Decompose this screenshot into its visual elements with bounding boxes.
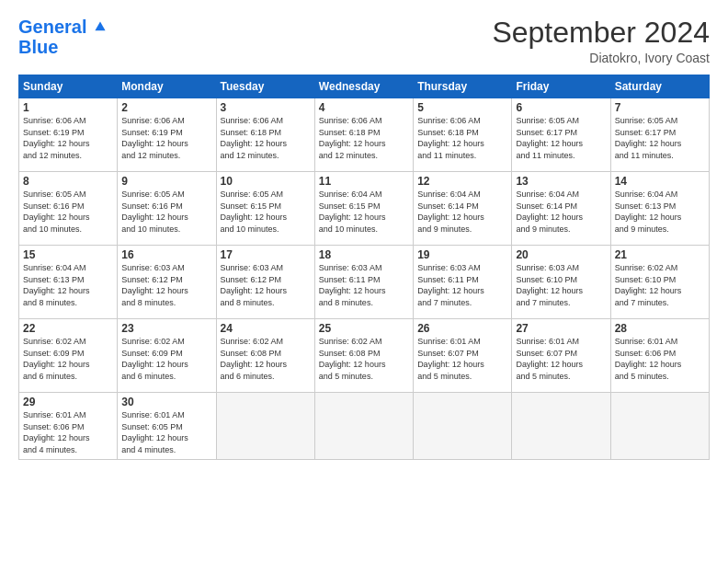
calendar-day-cell: 23Sunrise: 6:02 AM Sunset: 6:09 PM Dayli… bbox=[118, 319, 216, 393]
day-info: Sunrise: 6:06 AM Sunset: 6:18 PM Dayligh… bbox=[319, 115, 409, 161]
title-block: September 2024 Diatokro, Ivory Coast bbox=[492, 17, 710, 65]
day-number: 16 bbox=[121, 248, 211, 261]
day-info: Sunrise: 6:04 AM Sunset: 6:13 PM Dayligh… bbox=[23, 262, 113, 308]
day-number: 28 bbox=[615, 322, 705, 335]
month-title: September 2024 bbox=[492, 17, 710, 49]
day-number: 20 bbox=[516, 248, 606, 261]
calendar-day-cell bbox=[314, 393, 413, 459]
day-number: 2 bbox=[121, 101, 211, 114]
weekday-header-saturday: Saturday bbox=[610, 75, 709, 98]
calendar-day-cell: 29Sunrise: 6:01 AM Sunset: 6:06 PM Dayli… bbox=[19, 393, 118, 459]
weekday-header-tuesday: Tuesday bbox=[216, 75, 314, 98]
day-info: Sunrise: 6:02 AM Sunset: 6:09 PM Dayligh… bbox=[23, 336, 113, 382]
weekday-header-monday: Monday bbox=[118, 75, 216, 98]
day-number: 4 bbox=[319, 101, 409, 114]
day-number: 25 bbox=[319, 322, 409, 335]
calendar-day-cell: 28Sunrise: 6:01 AM Sunset: 6:06 PM Dayli… bbox=[610, 319, 709, 393]
calendar-week-row: 1Sunrise: 6:06 AM Sunset: 6:19 PM Daylig… bbox=[19, 98, 710, 172]
day-number: 7 bbox=[615, 101, 705, 114]
calendar-day-cell: 10Sunrise: 6:05 AM Sunset: 6:15 PM Dayli… bbox=[216, 172, 314, 246]
calendar-day-cell bbox=[610, 393, 709, 459]
weekday-header-thursday: Thursday bbox=[414, 75, 512, 98]
calendar-day-cell: 20Sunrise: 6:03 AM Sunset: 6:10 PM Dayli… bbox=[512, 246, 610, 319]
day-info: Sunrise: 6:06 AM Sunset: 6:19 PM Dayligh… bbox=[23, 115, 113, 161]
day-info: Sunrise: 6:05 AM Sunset: 6:17 PM Dayligh… bbox=[516, 115, 606, 161]
day-info: Sunrise: 6:03 AM Sunset: 6:12 PM Dayligh… bbox=[121, 262, 211, 308]
day-info: Sunrise: 6:04 AM Sunset: 6:13 PM Dayligh… bbox=[615, 189, 705, 235]
day-number: 17 bbox=[221, 248, 311, 261]
day-info: Sunrise: 6:03 AM Sunset: 6:11 PM Dayligh… bbox=[319, 262, 409, 308]
day-info: Sunrise: 6:05 AM Sunset: 6:16 PM Dayligh… bbox=[121, 189, 211, 235]
calendar-day-cell: 26Sunrise: 6:01 AM Sunset: 6:07 PM Dayli… bbox=[414, 319, 512, 393]
calendar-day-cell: 12Sunrise: 6:04 AM Sunset: 6:14 PM Dayli… bbox=[414, 172, 512, 246]
calendar-day-cell: 8Sunrise: 6:05 AM Sunset: 6:16 PM Daylig… bbox=[19, 172, 118, 246]
day-number: 30 bbox=[121, 396, 211, 408]
day-number: 26 bbox=[417, 322, 507, 335]
day-number: 14 bbox=[615, 175, 705, 188]
day-info: Sunrise: 6:02 AM Sunset: 6:09 PM Dayligh… bbox=[121, 336, 211, 382]
day-info: Sunrise: 6:06 AM Sunset: 6:19 PM Dayligh… bbox=[121, 115, 211, 161]
day-number: 19 bbox=[417, 248, 507, 261]
calendar-week-row: 15Sunrise: 6:04 AM Sunset: 6:13 PM Dayli… bbox=[19, 246, 710, 319]
calendar-day-cell: 16Sunrise: 6:03 AM Sunset: 6:12 PM Dayli… bbox=[118, 246, 216, 319]
calendar-day-cell: 24Sunrise: 6:02 AM Sunset: 6:08 PM Dayli… bbox=[216, 319, 314, 393]
day-number: 27 bbox=[516, 322, 606, 335]
calendar-day-cell: 22Sunrise: 6:02 AM Sunset: 6:09 PM Dayli… bbox=[19, 319, 118, 393]
calendar-day-cell: 25Sunrise: 6:02 AM Sunset: 6:08 PM Dayli… bbox=[314, 319, 413, 393]
logo-icon bbox=[94, 20, 107, 33]
calendar-day-cell: 13Sunrise: 6:04 AM Sunset: 6:14 PM Dayli… bbox=[512, 172, 610, 246]
calendar-day-cell: 27Sunrise: 6:01 AM Sunset: 6:07 PM Dayli… bbox=[512, 319, 610, 393]
day-number: 18 bbox=[319, 248, 409, 261]
day-number: 23 bbox=[121, 322, 211, 335]
svg-marker-0 bbox=[95, 21, 105, 30]
calendar-week-row: 8Sunrise: 6:05 AM Sunset: 6:16 PM Daylig… bbox=[19, 172, 710, 246]
calendar-day-cell: 7Sunrise: 6:05 AM Sunset: 6:17 PM Daylig… bbox=[610, 98, 709, 172]
day-info: Sunrise: 6:04 AM Sunset: 6:14 PM Dayligh… bbox=[417, 189, 507, 235]
calendar-table: SundayMondayTuesdayWednesdayThursdayFrid… bbox=[18, 75, 710, 459]
day-number: 1 bbox=[23, 101, 113, 114]
calendar-day-cell: 18Sunrise: 6:03 AM Sunset: 6:11 PM Dayli… bbox=[314, 246, 413, 319]
calendar-week-row: 22Sunrise: 6:02 AM Sunset: 6:09 PM Dayli… bbox=[19, 319, 710, 393]
calendar-day-cell: 5Sunrise: 6:06 AM Sunset: 6:18 PM Daylig… bbox=[414, 98, 512, 172]
day-info: Sunrise: 6:01 AM Sunset: 6:07 PM Dayligh… bbox=[516, 336, 606, 382]
day-info: Sunrise: 6:03 AM Sunset: 6:11 PM Dayligh… bbox=[417, 262, 507, 308]
weekday-header-row: SundayMondayTuesdayWednesdayThursdayFrid… bbox=[19, 75, 710, 98]
calendar-day-cell bbox=[512, 393, 610, 459]
day-number: 13 bbox=[516, 175, 606, 188]
location-subtitle: Diatokro, Ivory Coast bbox=[492, 51, 710, 65]
day-number: 12 bbox=[417, 175, 507, 188]
day-info: Sunrise: 6:03 AM Sunset: 6:10 PM Dayligh… bbox=[516, 262, 606, 308]
day-info: Sunrise: 6:06 AM Sunset: 6:18 PM Dayligh… bbox=[417, 115, 507, 161]
calendar-day-cell: 9Sunrise: 6:05 AM Sunset: 6:16 PM Daylig… bbox=[118, 172, 216, 246]
day-info: Sunrise: 6:02 AM Sunset: 6:08 PM Dayligh… bbox=[221, 336, 311, 382]
day-number: 29 bbox=[23, 396, 113, 408]
calendar-day-cell: 15Sunrise: 6:04 AM Sunset: 6:13 PM Dayli… bbox=[19, 246, 118, 319]
day-info: Sunrise: 6:01 AM Sunset: 6:06 PM Dayligh… bbox=[23, 409, 113, 455]
calendar-day-cell: 3Sunrise: 6:06 AM Sunset: 6:18 PM Daylig… bbox=[216, 98, 314, 172]
calendar-day-cell: 4Sunrise: 6:06 AM Sunset: 6:18 PM Daylig… bbox=[314, 98, 413, 172]
day-info: Sunrise: 6:04 AM Sunset: 6:15 PM Dayligh… bbox=[319, 189, 409, 235]
day-info: Sunrise: 6:05 AM Sunset: 6:16 PM Dayligh… bbox=[23, 189, 113, 235]
calendar-day-cell: 14Sunrise: 6:04 AM Sunset: 6:13 PM Dayli… bbox=[610, 172, 709, 246]
day-number: 22 bbox=[23, 322, 113, 335]
day-info: Sunrise: 6:06 AM Sunset: 6:18 PM Dayligh… bbox=[221, 115, 311, 161]
day-info: Sunrise: 6:01 AM Sunset: 6:06 PM Dayligh… bbox=[615, 336, 705, 382]
calendar-day-cell bbox=[216, 393, 314, 459]
calendar-day-cell: 21Sunrise: 6:02 AM Sunset: 6:10 PM Dayli… bbox=[610, 246, 709, 319]
day-number: 24 bbox=[221, 322, 311, 335]
day-info: Sunrise: 6:03 AM Sunset: 6:12 PM Dayligh… bbox=[221, 262, 311, 308]
header: General Blue September 2024 Diatokro, Iv… bbox=[18, 17, 710, 65]
day-info: Sunrise: 6:04 AM Sunset: 6:14 PM Dayligh… bbox=[516, 189, 606, 235]
calendar-day-cell: 17Sunrise: 6:03 AM Sunset: 6:12 PM Dayli… bbox=[216, 246, 314, 319]
day-number: 3 bbox=[221, 101, 311, 114]
day-info: Sunrise: 6:05 AM Sunset: 6:17 PM Dayligh… bbox=[615, 115, 705, 161]
day-number: 10 bbox=[221, 175, 311, 188]
day-number: 5 bbox=[417, 101, 507, 114]
day-info: Sunrise: 6:01 AM Sunset: 6:07 PM Dayligh… bbox=[417, 336, 507, 382]
day-info: Sunrise: 6:02 AM Sunset: 6:08 PM Dayligh… bbox=[319, 336, 409, 382]
logo-text: General bbox=[18, 17, 107, 37]
calendar-day-cell: 30Sunrise: 6:01 AM Sunset: 6:05 PM Dayli… bbox=[118, 393, 216, 459]
calendar-day-cell: 2Sunrise: 6:06 AM Sunset: 6:19 PM Daylig… bbox=[118, 98, 216, 172]
day-number: 15 bbox=[23, 248, 113, 261]
logo-text2: Blue bbox=[18, 37, 107, 57]
